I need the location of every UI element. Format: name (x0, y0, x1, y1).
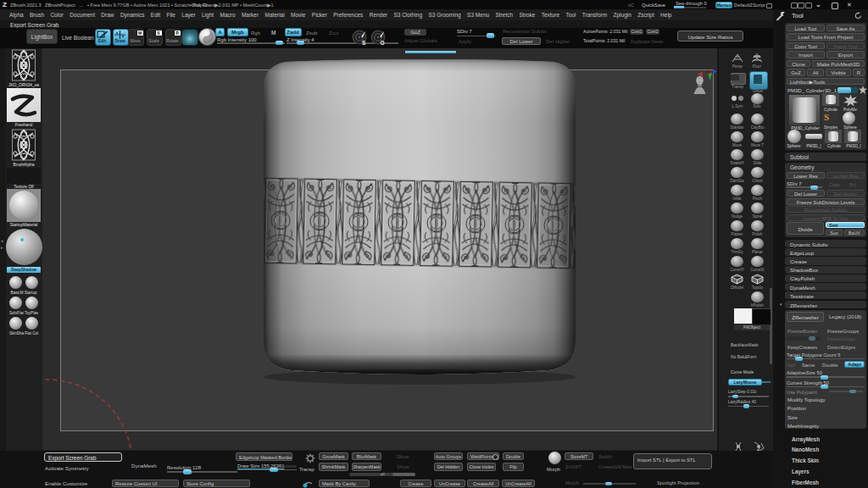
svg-text:O: O (380, 40, 384, 46)
svg-text:S: S (362, 40, 366, 46)
